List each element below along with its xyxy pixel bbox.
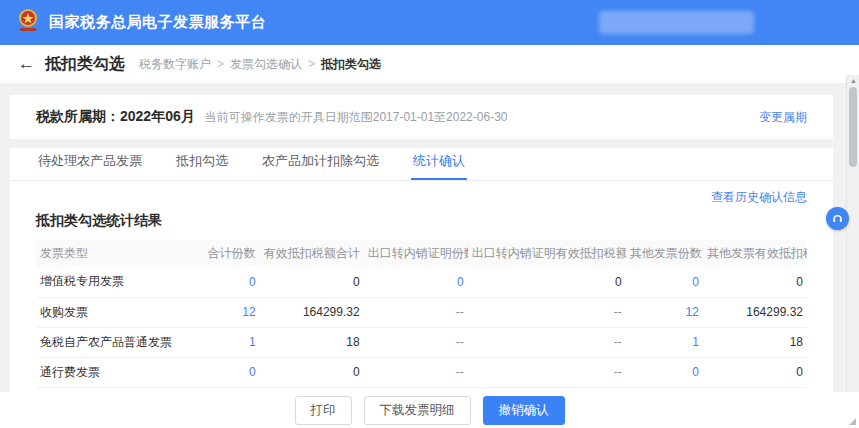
headset-icon bbox=[831, 212, 844, 225]
view-history-confirmation-link[interactable]: 查看历史确认信息 bbox=[711, 190, 807, 204]
invoice-type-cell: 增值税专用发票 bbox=[36, 267, 198, 297]
value-cell: 0 bbox=[703, 357, 807, 387]
value-cell: 0 bbox=[260, 357, 364, 387]
value-cell: 164299.32 bbox=[260, 297, 364, 327]
value-cell[interactable]: 0 bbox=[626, 267, 703, 297]
table-row: 通行费发票00----00 bbox=[36, 357, 807, 387]
statistics-table: 发票类型合计份数有效抵扣税额合计出口转内销证明份数出口转内销证明有效抵扣税额合计… bbox=[36, 240, 807, 388]
tab-deduction-selection[interactable]: 抵扣勾选 bbox=[174, 145, 230, 180]
tax-period-note: 当前可操作发票的开具日期范围2017-01-01至2022-06-30 bbox=[205, 109, 508, 126]
value-cell: -- bbox=[468, 327, 626, 357]
history-link-row: 查看历史确认信息 bbox=[10, 181, 833, 206]
value-cell: -- bbox=[364, 327, 468, 357]
column-header: 有效抵扣税额合计 bbox=[260, 240, 364, 267]
breadcrumb-bar: ← 抵扣类勾选 税务数字账户 > 发票勾选确认 > 抵扣类勾选 bbox=[0, 45, 859, 83]
value-cell: -- bbox=[468, 297, 626, 327]
column-header: 发票类型 bbox=[36, 240, 198, 267]
app-window: 国家税务总局电子发票服务平台 ← 抵扣类勾选 税务数字账户 > 发票勾选确认 >… bbox=[0, 0, 859, 428]
table-row: 免税自产农产品普通发票118----118 bbox=[36, 327, 807, 357]
breadcrumb: 税务数字账户 > 发票勾选确认 > 抵扣类勾选 bbox=[139, 56, 381, 73]
column-header: 其他发票有效抵扣税额合计 bbox=[703, 240, 807, 267]
page-title: 抵扣类勾选 bbox=[45, 54, 125, 75]
value-cell: -- bbox=[364, 297, 468, 327]
value-cell: 18 bbox=[260, 327, 364, 357]
value-cell[interactable]: 12 bbox=[198, 297, 260, 327]
revoke-confirmation-button[interactable]: 撤销确认 bbox=[483, 396, 565, 425]
statistics-card: 待处理农产品发票 抵扣勾选 农产品加计扣除勾选 统计确认 查看历史确认信息 抵扣… bbox=[10, 148, 833, 398]
invoice-type-cell: 收购发票 bbox=[36, 297, 198, 327]
resize-corner-icon bbox=[849, 418, 856, 425]
value-cell[interactable]: 0 bbox=[364, 267, 468, 297]
table-row: 增值税专用发票000000 bbox=[36, 267, 807, 297]
scrollbar-thumb[interactable] bbox=[849, 87, 857, 167]
value-cell: 18 bbox=[703, 327, 807, 357]
invoice-type-cell: 通行费发票 bbox=[36, 357, 198, 387]
value-cell[interactable]: 0 bbox=[198, 357, 260, 387]
value-cell: 0 bbox=[260, 267, 364, 297]
scroll-up-arrow-icon[interactable]: ▲ bbox=[850, 77, 857, 84]
tab-statistics-confirmation[interactable]: 统计确认 bbox=[411, 145, 467, 180]
breadcrumb-separator: > bbox=[217, 57, 224, 71]
value-cell: -- bbox=[468, 357, 626, 387]
column-header: 出口转内销证明份数 bbox=[364, 240, 468, 267]
value-cell: 0 bbox=[468, 267, 626, 297]
value-cell: 0 bbox=[703, 267, 807, 297]
user-info-redacted[interactable] bbox=[599, 11, 754, 34]
breadcrumb-separator: > bbox=[308, 57, 315, 71]
action-footer-bar: 打印 下载发票明细 撤销确认 bbox=[0, 392, 859, 428]
print-button[interactable]: 打印 bbox=[295, 396, 352, 425]
value-cell[interactable]: 12 bbox=[626, 297, 703, 327]
column-header: 出口转内销证明有效抵扣税额合计 bbox=[468, 240, 626, 267]
breadcrumb-item-current: 抵扣类勾选 bbox=[321, 56, 381, 73]
value-cell[interactable]: 1 bbox=[626, 327, 703, 357]
value-cell[interactable]: 0 bbox=[198, 267, 260, 297]
value-cell: -- bbox=[364, 357, 468, 387]
help-headset-button[interactable] bbox=[826, 207, 849, 230]
tax-period-card: 税款所属期：2022年06月 当前可操作发票的开具日期范围2017-01-01至… bbox=[10, 95, 833, 139]
tab-agricultural-extra-deduction[interactable]: 农产品加计扣除勾选 bbox=[260, 145, 381, 180]
top-header-bar: 国家税务总局电子发票服务平台 bbox=[0, 0, 859, 45]
change-period-link[interactable]: 变更属期 bbox=[759, 109, 807, 126]
section-title: 抵扣类勾选统计结果 bbox=[10, 206, 833, 240]
tab-bar: 待处理农产品发票 抵扣勾选 农产品加计扣除勾选 统计确认 bbox=[10, 148, 833, 181]
table-header-row: 发票类型合计份数有效抵扣税额合计出口转内销证明份数出口转内销证明有效抵扣税额合计… bbox=[36, 240, 807, 267]
download-invoice-details-button[interactable]: 下载发票明细 bbox=[364, 396, 471, 425]
breadcrumb-item[interactable]: 发票勾选确认 bbox=[230, 56, 302, 73]
value-cell[interactable]: 1 bbox=[198, 327, 260, 357]
value-cell[interactable]: 0 bbox=[626, 357, 703, 387]
back-arrow-icon[interactable]: ← bbox=[18, 54, 35, 74]
vertical-scrollbar[interactable]: ▲ bbox=[846, 75, 859, 392]
column-header: 其他发票份数 bbox=[626, 240, 703, 267]
column-header: 合计份数 bbox=[198, 240, 260, 267]
table-row: 收购发票12164299.32----12164299.32 bbox=[36, 297, 807, 327]
breadcrumb-item[interactable]: 税务数字账户 bbox=[139, 56, 211, 73]
platform-title: 国家税务总局电子发票服务平台 bbox=[49, 13, 266, 32]
invoice-type-cell: 免税自产农产品普通发票 bbox=[36, 327, 198, 357]
tab-pending-agricultural-invoices[interactable]: 待处理农产品发票 bbox=[36, 145, 144, 180]
tax-period-label: 税款所属期：2022年06月 bbox=[36, 108, 195, 126]
national-emblem-logo-icon bbox=[14, 8, 41, 38]
value-cell: 164299.32 bbox=[703, 297, 807, 327]
